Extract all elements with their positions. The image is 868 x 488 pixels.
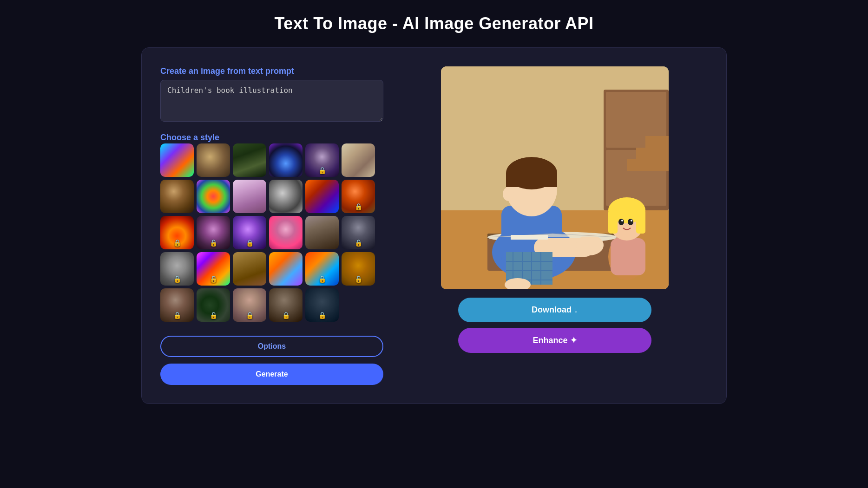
svg-rect-34 — [608, 210, 618, 234]
style-thumb-lady[interactable]: 🔒 — [233, 288, 266, 322]
page-title: Text To Image - AI Image Generator API — [274, 14, 593, 33]
svg-point-36 — [618, 219, 624, 225]
lock-icon: 🔒 — [173, 275, 181, 283]
style-thumb-clown[interactable] — [269, 216, 302, 249]
style-thumb-dark-portrait[interactable]: 🔒 — [342, 216, 375, 249]
svg-rect-19 — [506, 173, 557, 187]
style-thumb-colorful[interactable] — [160, 143, 194, 177]
svg-rect-35 — [636, 210, 645, 234]
style-thumb-swirl[interactable]: 🔒 — [305, 252, 339, 286]
style-thumb-metal[interactable] — [269, 180, 302, 213]
svg-rect-7 — [636, 148, 669, 159]
lock-icon: 🔒 — [318, 167, 326, 174]
generated-image — [441, 66, 669, 289]
svg-point-37 — [628, 219, 633, 225]
style-thumb-face[interactable]: 🔒 — [305, 288, 339, 322]
lock-icon: 🔒 — [246, 312, 254, 319]
style-thumb-psychedelic[interactable]: 🔒 — [197, 252, 230, 286]
left-panel: Create an image from text prompt Choose … — [160, 66, 383, 385]
style-thumb-landscape[interactable] — [233, 252, 266, 286]
style-thumb-building[interactable] — [305, 216, 339, 249]
svg-point-16 — [576, 235, 604, 255]
style-thumb-icons[interactable] — [269, 252, 302, 286]
style-thumb-soldier[interactable]: 🔒 — [269, 288, 302, 322]
lock-icon: 🔒 — [355, 203, 362, 210]
enhance-button[interactable]: Enhance ✦ — [458, 328, 652, 353]
style-thumb-fox[interactable]: 🔒 — [342, 180, 375, 213]
lock-icon: 🔒 — [355, 275, 362, 283]
style-grid: 🔒🔒🔒🔒🔒🔒🔒🔒🔒🔒🔒🔒🔒🔒🔒 — [160, 143, 383, 322]
style-thumb-forest[interactable] — [233, 143, 266, 177]
lock-icon: 🔒 — [355, 239, 362, 247]
generate-button[interactable]: Generate — [160, 364, 383, 385]
svg-rect-6 — [627, 159, 669, 171]
style-thumb-renaissance[interactable] — [160, 180, 194, 213]
style-thumb-portrait2[interactable]: 🔒 — [160, 288, 194, 322]
lock-icon: 🔒 — [282, 312, 290, 319]
svg-point-20 — [503, 187, 514, 201]
style-thumb-gold[interactable]: 🔒 — [342, 252, 375, 286]
style-section: Choose a style 🔒🔒🔒🔒🔒🔒🔒🔒🔒🔒🔒🔒🔒🔒🔒 — [160, 133, 383, 322]
lock-icon: 🔒 — [246, 239, 254, 247]
style-thumb-fire[interactable]: 🔒 — [160, 216, 194, 249]
svg-rect-40 — [511, 235, 548, 240]
options-button[interactable]: Options — [160, 336, 383, 357]
lock-icon: 🔒 — [210, 275, 217, 283]
style-thumb-robot[interactable] — [269, 143, 302, 177]
style-thumb-gray[interactable]: 🔒 — [160, 252, 194, 286]
style-thumb-vintage[interactable] — [342, 143, 375, 177]
style-thumb-forest2[interactable]: 🔒 — [197, 288, 230, 322]
action-buttons-left: Options Generate — [160, 336, 383, 385]
style-thumb-portrait[interactable]: 🔒 — [305, 143, 339, 177]
style-thumb-glow[interactable]: 🔒 — [197, 216, 230, 249]
action-buttons-right: Download ↓ Enhance ✦ — [441, 298, 669, 353]
svg-point-38 — [621, 220, 623, 221]
lock-icon: 🔒 — [318, 312, 326, 319]
prompt-section: Create an image from text prompt — [160, 66, 383, 124]
prompt-input[interactable] — [160, 80, 383, 122]
style-thumb-panda[interactable] — [197, 143, 230, 177]
lock-icon: 🔒 — [318, 275, 326, 283]
lock-icon: 🔒 — [210, 239, 217, 247]
lock-icon: 🔒 — [173, 239, 181, 247]
style-thumb-books[interactable] — [305, 180, 339, 213]
lock-icon: 🔒 — [173, 312, 181, 319]
svg-point-39 — [631, 220, 632, 221]
download-button[interactable]: Download ↓ — [458, 298, 652, 322]
style-thumb-ballet[interactable] — [233, 180, 266, 213]
style-section-label: Choose a style — [160, 133, 383, 143]
lock-icon: 🔒 — [210, 312, 217, 319]
right-panel: Download ↓ Enhance ✦ — [402, 66, 708, 385]
style-thumb-flowers[interactable] — [197, 180, 230, 213]
main-card: Create an image from text prompt Choose … — [141, 47, 727, 404]
style-thumb-purple-dream[interactable]: 🔒 — [233, 216, 266, 249]
svg-rect-31 — [611, 238, 645, 275]
svg-rect-8 — [645, 136, 669, 148]
prompt-section-label: Create an image from text prompt — [160, 66, 383, 76]
